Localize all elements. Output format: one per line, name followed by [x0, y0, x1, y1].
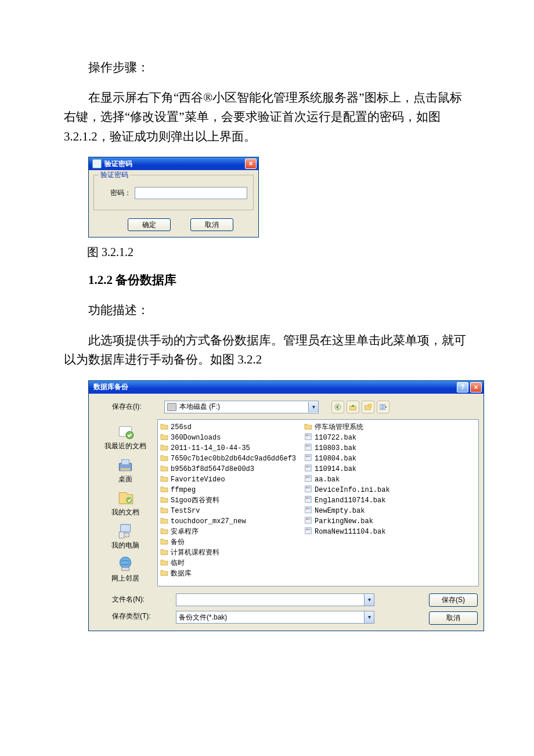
svg-rect-31 — [306, 466, 308, 467]
folder-item[interactable]: 安卓程序 — [160, 527, 302, 537]
file-item[interactable]: RomaNew111104.bak — [304, 527, 438, 537]
folder-item[interactable]: 360Downloads — [160, 433, 302, 443]
svg-rect-36 — [308, 476, 311, 477]
file-item[interactable]: ParkingNew.bak — [304, 516, 438, 527]
file-item[interactable]: 110914.bak — [304, 464, 438, 474]
folder-item[interactable]: 计算机课程资料 — [160, 548, 302, 558]
group-legend: 验证密码 — [99, 170, 130, 180]
folder-item[interactable]: b956b3f8d5647d8e00d3 — [160, 464, 302, 474]
save-in-combo[interactable]: 本地磁盘 (F:) ▾ — [164, 401, 319, 413]
chevron-down-icon[interactable]: ▾ — [308, 402, 318, 412]
folder-item[interactable]: 备份 — [160, 537, 302, 548]
place-item[interactable]: 网上邻居 — [93, 554, 157, 584]
svg-point-0 — [335, 404, 341, 411]
svg-rect-57 — [308, 530, 311, 530]
svg-rect-45 — [308, 498, 311, 499]
item-label: 临时 — [171, 558, 185, 568]
item-label: 备份 — [171, 537, 185, 547]
folder-icon — [160, 465, 168, 474]
item-label: 7650c7b1ec0bb2db64dc9ad6dd6ef3 — [171, 455, 296, 463]
item-label: 110914.bak — [315, 465, 356, 473]
item-label: DeviceInfo.ini.bak — [315, 486, 390, 494]
svg-rect-41 — [308, 488, 311, 488]
folder-item[interactable]: ffmpeg — [160, 485, 302, 495]
up-icon[interactable] — [347, 401, 359, 413]
db-backup-dialog: 数据库备份 ? × 保存在(I): 本地磁盘 (F:) ▾ 我最近的文档桌面我的… — [88, 380, 484, 631]
place-label: 我的电脑 — [93, 541, 157, 550]
item-label: 256sd — [171, 423, 192, 431]
file-item[interactable]: NewEmpty.bak — [304, 506, 438, 516]
item-label: England110714.bak — [315, 496, 385, 505]
filename-field[interactable]: ▾ — [176, 593, 374, 606]
cancel-button[interactable]: 取消 — [190, 218, 233, 231]
file-icon — [304, 453, 312, 464]
folder-icon — [160, 454, 168, 463]
item-label: 360Downloads — [171, 434, 221, 442]
file-icon — [304, 506, 312, 516]
folder-item[interactable]: FavoriteVideo — [160, 474, 302, 485]
folder-item[interactable]: Sigoo西谷资料 — [160, 495, 302, 506]
verify-dialog-title: 验证密码 — [104, 159, 245, 169]
svg-rect-17 — [122, 567, 129, 570]
folder-icon — [160, 569, 168, 578]
folder-icon — [160, 548, 168, 557]
file-item[interactable]: 110803.bak — [304, 443, 438, 453]
svg-point-16 — [120, 557, 131, 568]
svg-rect-10 — [122, 459, 129, 465]
file-item[interactable]: aa.bak — [304, 474, 438, 485]
chevron-down-icon[interactable]: ▾ — [364, 594, 374, 606]
cancel-button[interactable]: 取消 — [429, 611, 478, 625]
item-label: aa.bak — [315, 476, 340, 484]
folder-item[interactable]: 停车场管理系统 — [304, 422, 438, 433]
save-button[interactable]: 保存(S) — [429, 593, 478, 607]
svg-rect-53 — [308, 519, 311, 520]
folder-item[interactable]: 临时 — [160, 558, 302, 568]
folder-icon — [160, 475, 168, 484]
file-item[interactable]: England110714.bak — [304, 495, 438, 506]
file-item[interactable]: 110804.bak — [304, 453, 438, 464]
ok-button[interactable]: 确定 — [128, 218, 171, 231]
password-label: 密码： — [110, 188, 131, 198]
file-item[interactable]: 110722.bak — [304, 433, 438, 443]
place-item[interactable]: 我的电脑 — [93, 521, 157, 550]
place-label: 我最近的文档 — [93, 441, 157, 451]
svg-rect-13 — [121, 524, 131, 532]
close-icon[interactable]: × — [470, 382, 482, 393]
chevron-down-icon[interactable]: ▾ — [364, 611, 374, 623]
svg-rect-6 — [381, 408, 384, 409]
views-icon[interactable] — [377, 401, 389, 413]
folder-item[interactable]: 数据库 — [160, 568, 302, 579]
svg-point-12 — [126, 497, 132, 503]
svg-rect-46 — [305, 507, 312, 513]
file-list[interactable]: 256sd360Downloads2011-11-14_10-44-357650… — [157, 419, 479, 586]
folder-item[interactable]: 7650c7b1ec0bb2db64dc9ad6dd6ef3 — [160, 453, 302, 464]
save-in-value: 本地磁盘 (F:) — [179, 402, 308, 412]
item-label: RomaNew111104.bak — [315, 528, 385, 536]
folder-item[interactable]: 2011-11-14_10-44-35 — [160, 443, 302, 453]
place-item[interactable]: 我最近的文档 — [93, 422, 157, 451]
password-field[interactable] — [135, 187, 247, 199]
back-icon[interactable] — [331, 401, 344, 413]
new-folder-icon[interactable] — [362, 401, 374, 413]
file-icon — [304, 485, 312, 495]
svg-rect-37 — [308, 477, 311, 478]
folder-item[interactable]: touchdoor_mx27_new — [160, 516, 302, 527]
svg-rect-56 — [308, 528, 311, 529]
help-icon[interactable]: ? — [457, 382, 468, 393]
item-label: 数据库 — [171, 568, 192, 578]
place-item[interactable]: 桌面 — [93, 455, 157, 484]
backup-dialog-title: 数据库备份 — [93, 382, 457, 392]
file-item[interactable]: DeviceInfo.ini.bak — [304, 485, 438, 495]
filetype-label: 保存类型(T): — [112, 611, 176, 621]
folder-item[interactable]: TestSrv — [160, 506, 302, 516]
save-in-label: 保存在(I): — [112, 402, 158, 412]
backup-dialog-titlebar[interactable]: 数据库备份 ? × — [89, 381, 484, 394]
verify-dialog-titlebar[interactable]: 验证密码 × — [89, 157, 258, 170]
item-label: ParkingNew.bak — [315, 517, 373, 525]
svg-rect-25 — [308, 446, 311, 447]
filetype-combo[interactable]: 备份文件(*.bak) ▾ — [176, 611, 374, 624]
place-item[interactable]: 我的文档 — [93, 488, 157, 517]
close-icon[interactable]: × — [245, 159, 257, 169]
svg-rect-19 — [306, 434, 308, 436]
folder-item[interactable]: 256sd — [160, 422, 302, 433]
